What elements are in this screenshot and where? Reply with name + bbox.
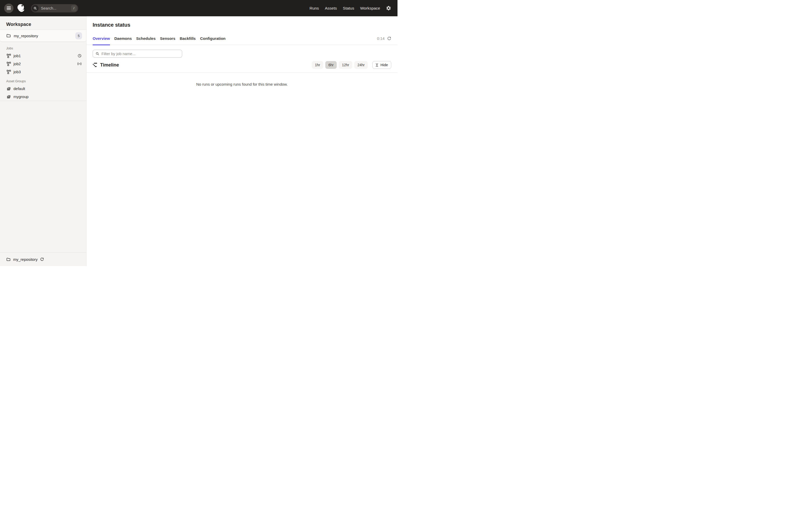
job-name: job1	[14, 54, 78, 58]
sidebar-title: Workspace	[0, 16, 86, 30]
refresh-icon	[40, 258, 44, 261]
hide-timeline-button[interactable]: Hide	[373, 61, 391, 69]
repository-name: my_repository	[14, 34, 75, 38]
timeline-empty-message: No runs or upcoming runs found for this …	[93, 82, 391, 87]
timeline-gantt-icon	[93, 63, 97, 67]
schedule-clock-icon	[78, 54, 81, 58]
job-name: job3	[14, 70, 81, 74]
asset-groups-section-label: Asset Groups	[0, 79, 86, 83]
job-filter	[93, 50, 182, 58]
filter-row	[93, 50, 391, 58]
folder-icon	[6, 33, 11, 38]
search-icon	[32, 5, 39, 12]
nav-workspace[interactable]: Workspace	[360, 6, 380, 11]
jobs-section-label: Jobs	[0, 46, 86, 50]
slash-shortcut-badge: /	[71, 5, 77, 12]
timeline-title: Timeline	[100, 62, 119, 68]
refresh-icon	[387, 37, 391, 41]
sidebar-item-default-group[interactable]: default	[0, 84, 86, 93]
tab-sensors[interactable]: Sensors	[160, 36, 175, 45]
tab-backfills[interactable]: Backfills	[179, 36, 196, 45]
jobs-section: Jobs job1	[0, 46, 86, 76]
job-icon	[7, 70, 11, 74]
tab-schedules[interactable]: Schedules	[136, 36, 155, 45]
settings-gear-button[interactable]	[386, 5, 391, 11]
sensor-icon	[77, 62, 81, 65]
nav-assets[interactable]: Assets	[325, 6, 337, 11]
asset-group-name: default	[14, 87, 81, 91]
sidebar-footer: my_repository	[0, 252, 86, 266]
topbar: Search... / Runs Assets Status Workspace	[0, 0, 398, 16]
folder-icon	[6, 257, 11, 262]
hamburger-icon	[7, 6, 11, 7]
job-icon	[7, 62, 11, 66]
asset-group-name: mygroup	[14, 94, 81, 99]
timeline-header: Timeline 1hr 6hr 12hr 24hr Hide	[93, 61, 391, 69]
tab-daemons[interactable]: Daemons	[114, 36, 132, 45]
job-filter-input[interactable]	[101, 52, 179, 56]
sidebar-item-mygroup[interactable]: mygroup	[0, 93, 86, 101]
job-name: job2	[14, 62, 77, 66]
main-content: Instance status Overview Daemons Schedul…	[87, 16, 398, 266]
global-search[interactable]: Search... /	[31, 4, 78, 13]
footer-repository-name: my_repository	[13, 257, 38, 262]
collapse-icon	[375, 63, 379, 67]
asset-groups-section: Asset Groups	[0, 79, 86, 101]
range-12hr-button[interactable]: 12hr	[339, 61, 352, 69]
range-1hr-button[interactable]: 1hr	[312, 61, 323, 69]
gear-icon	[386, 5, 391, 11]
tab-configuration[interactable]: Configuration	[200, 36, 225, 45]
tab-overview[interactable]: Overview	[93, 36, 110, 45]
asset-group-icon	[7, 87, 11, 91]
nav-status[interactable]: Status	[343, 6, 354, 11]
sidebar-item-job1[interactable]: job1	[0, 52, 86, 60]
nav-runs[interactable]: Runs	[309, 6, 319, 11]
job-icon	[7, 54, 11, 58]
sidebar-item-job2[interactable]: job2	[0, 60, 86, 68]
refresh-button[interactable]	[387, 37, 391, 41]
dagster-app: Search... / Runs Assets Status Workspace…	[0, 0, 398, 266]
search-placeholder: Search...	[41, 6, 71, 11]
timeline-controls: 1hr 6hr 12hr 24hr Hide	[312, 61, 391, 69]
range-24hr-button[interactable]: 24hr	[354, 61, 368, 69]
hamburger-menu-button[interactable]	[4, 4, 14, 13]
repository-selector[interactable]: my_repository 5	[0, 30, 86, 42]
sidebar: Workspace my_repository 5 Jobs	[0, 16, 87, 266]
reload-repository-button[interactable]	[40, 258, 44, 261]
filter-search-icon	[95, 52, 99, 56]
topbar-nav: Runs Assets Status Workspace	[309, 6, 380, 11]
dagster-logo-icon	[16, 3, 26, 13]
repository-count-badge: 5	[75, 32, 82, 39]
sidebar-item-job3[interactable]: job3	[0, 68, 86, 76]
page-title: Instance status	[93, 22, 391, 28]
tabs: Overview Daemons Schedules Sensors Backf…	[87, 36, 398, 45]
refresh-timer: 0:14	[377, 36, 391, 41]
range-6hr-button[interactable]: 6hr	[325, 61, 337, 69]
refresh-countdown: 0:14	[377, 36, 384, 41]
asset-group-icon	[7, 95, 11, 99]
